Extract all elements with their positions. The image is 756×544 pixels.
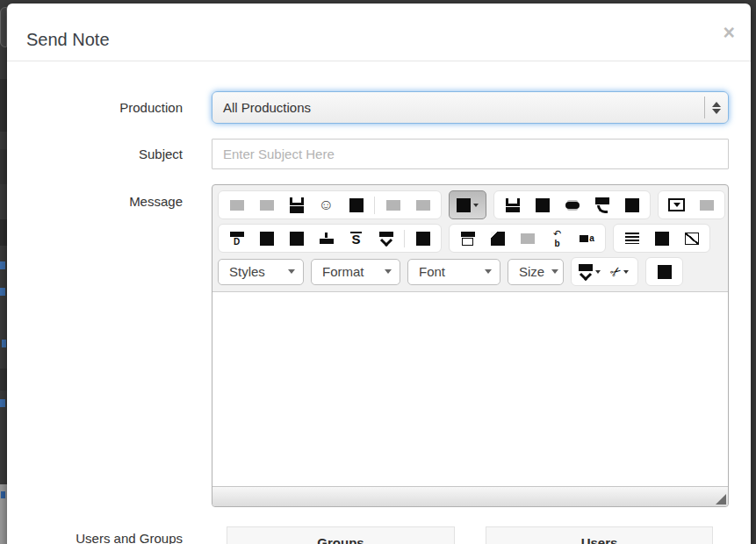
- production-label: Production: [7, 91, 183, 124]
- dropdown-label: Size: [519, 264, 544, 279]
- chevron-down-icon: [485, 269, 492, 274]
- toolbar-button-r2-13[interactable]: [617, 227, 646, 249]
- toolbar-button-r2-1[interactable]: D: [222, 227, 251, 249]
- background-fragment: [0, 288, 5, 296]
- toolbar-button-r1-6: [378, 194, 407, 216]
- black-square-icon: [349, 198, 364, 212]
- strikethrough-button[interactable]: S: [342, 227, 371, 249]
- users-panel-header: Users: [486, 526, 713, 544]
- editor-content-area[interactable]: [212, 291, 728, 486]
- toolbar-button-r2-14[interactable]: [647, 227, 676, 249]
- toolbar-button-r2-7[interactable]: [408, 227, 437, 249]
- toolbar-row-2: DS↶ba: [218, 224, 723, 253]
- toolbar-button-r2-9[interactable]: [483, 227, 512, 249]
- maximize-button[interactable]: [650, 261, 679, 283]
- horizontal-rule-button[interactable]: [558, 194, 587, 216]
- send-note-modal: Send Note × Production All Productions S…: [7, 4, 751, 544]
- black-square-icon: [536, 198, 550, 212]
- background-fragment: [0, 79, 7, 132]
- message-label: Message: [7, 193, 183, 211]
- folded-page-icon: [491, 232, 505, 246]
- undo-style-button[interactable]: ↶b: [543, 227, 572, 249]
- text-color-button[interactable]: [575, 261, 604, 283]
- form-slash-icon: [685, 233, 699, 245]
- background-fragment: [0, 369, 7, 390]
- arrow-up-icon: [712, 102, 721, 107]
- chevron-down-icon: [551, 269, 558, 274]
- toolbar-group: [493, 190, 651, 219]
- background-fragment: [2, 340, 6, 347]
- toolbar-group: DS: [218, 224, 442, 253]
- resize-handle-icon[interactable]: [716, 494, 726, 505]
- toolbar-button-r1-14: [692, 194, 721, 216]
- dropdown-label: Format: [322, 264, 364, 279]
- chevron-down-icon: [385, 269, 392, 274]
- curve-icon: [595, 197, 609, 213]
- dropdown-box-icon: [668, 198, 685, 211]
- dropdown-label: Styles: [229, 264, 265, 279]
- toolbar-group: [658, 190, 725, 219]
- toolbar-group: [449, 190, 486, 219]
- rich-text-editor: ☺DS↶ba Styles Format Font Size: [212, 184, 729, 507]
- toolbar-button-r1-5[interactable]: [342, 194, 371, 216]
- dropdown-caret-icon: [623, 270, 629, 274]
- toolbar-group: ↶ba: [449, 224, 606, 253]
- production-select[interactable]: All Productions: [212, 91, 729, 124]
- styles-dropdown[interactable]: Styles: [218, 259, 304, 285]
- select-stepper-icon: [704, 97, 728, 118]
- toolbar-button-r2-2[interactable]: [252, 227, 281, 249]
- toolbar-button-r2-10: [513, 227, 542, 249]
- toolbar-group: [613, 224, 710, 253]
- half-block-icon: [290, 197, 304, 213]
- toolbar-button-r2-8[interactable]: [453, 227, 482, 249]
- black-square-icon: [416, 232, 430, 246]
- toolbar-button-r1-11[interactable]: [587, 194, 616, 216]
- toolbar-button-r2-12[interactable]: a: [572, 227, 601, 249]
- toolbar-button-r1-3[interactable]: [282, 194, 311, 216]
- disabled-icon: [416, 200, 430, 211]
- toolbar-button-r2-4[interactable]: [312, 227, 341, 249]
- format-dropdown[interactable]: Format: [311, 259, 400, 285]
- toolbar-button-r2-6[interactable]: [371, 227, 400, 249]
- toolbar-button-r1-1: [222, 194, 251, 216]
- chevron-block-icon: [379, 232, 393, 245]
- smiley-icon: ☺: [319, 197, 334, 212]
- toolbar-button-r1-8[interactable]: [498, 194, 527, 216]
- toolbar-separator: [404, 230, 405, 247]
- background-fragment: [0, 149, 7, 184]
- letter-a-icon: a: [580, 234, 594, 242]
- editor-status-bar: [212, 486, 728, 506]
- undo-icon: ↶b: [553, 229, 561, 247]
- dropdown-caret-icon: [595, 270, 601, 274]
- toolbar-button-r1-12[interactable]: [617, 194, 646, 216]
- emoticon-button[interactable]: ☺: [312, 194, 341, 216]
- disabled-icon: [260, 200, 274, 211]
- form-button[interactable]: [677, 227, 706, 249]
- close-icon[interactable]: ×: [724, 23, 735, 43]
- toolbar-group: ✂: [571, 257, 638, 286]
- subject-input[interactable]: [212, 139, 729, 169]
- toolbar-button-r2-3[interactable]: [282, 227, 311, 249]
- scissors-icon: ✂: [608, 263, 624, 281]
- u-shape-icon: [506, 198, 520, 212]
- toolbar-row-1: ☺: [218, 190, 723, 219]
- toolbar-button-r1-9[interactable]: [528, 194, 557, 216]
- modal-header: Send Note ×: [7, 4, 751, 61]
- font-dropdown[interactable]: Font: [407, 259, 500, 285]
- arrow-down-icon: [712, 109, 721, 114]
- toolbar-button-r1-13[interactable]: [662, 194, 691, 216]
- toolbar-button-r1-7: [408, 194, 437, 216]
- users-and-groups-label: Users and Groups: [7, 530, 183, 544]
- chevron-down-icon: [288, 269, 295, 274]
- active-style-button[interactable]: [453, 194, 482, 216]
- size-dropdown[interactable]: Size: [508, 259, 564, 285]
- toolbar-group: ☺: [218, 190, 442, 219]
- black-square-icon: [655, 232, 669, 246]
- production-select-value: All Productions: [223, 100, 311, 115]
- black-square-icon: [260, 232, 274, 246]
- horizontal-rule-icon: [565, 202, 580, 209]
- background-fragment: [0, 219, 7, 246]
- text-box-icon: [461, 232, 475, 246]
- table-icon: [625, 233, 639, 244]
- background-color-button[interactable]: ✂: [605, 261, 634, 283]
